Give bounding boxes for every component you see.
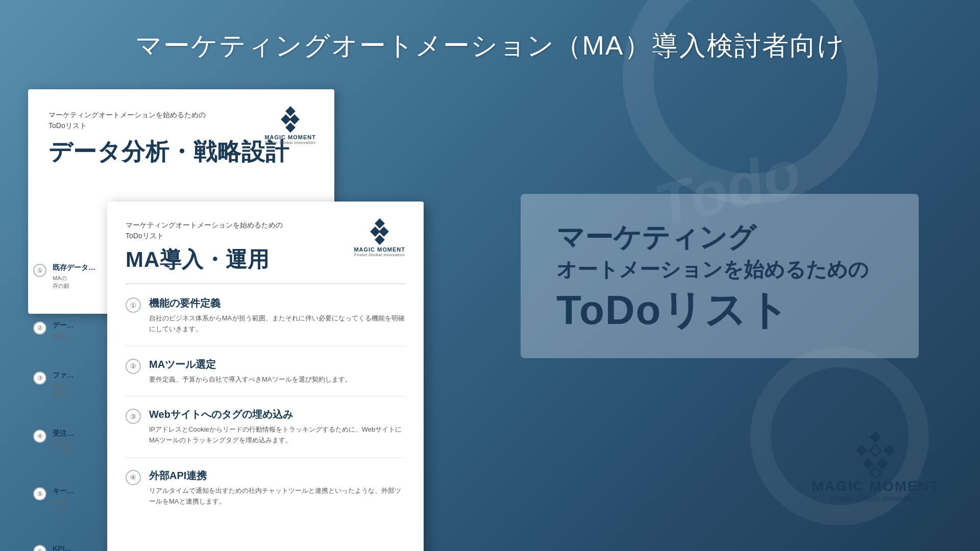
list-item-title: ファ… (53, 370, 74, 381)
highlight-box: マーケティング オートメーションを始めるための ToDoリスト (521, 194, 919, 358)
list-item: ④ 受注… 存の優し、優 (28, 429, 117, 456)
todo-item-1: ① 機能の要件定義 自社のビジネス体系からMAが担う範囲、またそれに伴い必要にな… (126, 296, 405, 346)
right-content: マーケティング オートメーションを始めるための ToDoリスト (521, 120, 939, 432)
svg-rect-1 (856, 445, 868, 457)
magic-moment-logo-icon (847, 432, 903, 478)
list-item: ① 既存データ… MAの存の顧 (28, 263, 117, 290)
list-item-sub: 既存の (53, 332, 74, 340)
todo-number-4: ④ (126, 470, 141, 485)
right-panel: マーケティング オートメーションを始めるための ToDoリスト MAGI (419, 89, 980, 533)
todo-number-2: ② (126, 359, 141, 374)
card-back-logo: MAGIC MOMENT Foster Global Innovation (264, 108, 316, 145)
todo-desc-2: 要件定義、予算から自社で導入すべきMAツールを選び契約します。 (149, 374, 352, 385)
card-front-ma: MAGIC MOMENT Foster Global Innovation マー… (107, 202, 424, 551)
todo-number-3: ③ (126, 409, 141, 424)
svg-rect-6 (870, 467, 881, 478)
card-logo-sub: Foster Global Innovation (264, 140, 316, 145)
todo-content-2: MAツール選定 要件定義、予算から自社で導入すべきMAツールを選び契約します。 (149, 358, 352, 385)
svg-rect-5 (877, 458, 889, 470)
bottom-logo-area: MAGIC MOMENT Foster Global Innovation (521, 432, 939, 503)
svg-rect-3 (884, 445, 895, 457)
list-item-sub: 存の優し、優 (53, 440, 74, 456)
svg-rect-2 (870, 445, 881, 457)
svg-rect-4 (863, 458, 874, 470)
todo-desc-4: リアルタイムで通知を出すための社内チャットツールと連携といったような、外部ツール… (149, 486, 405, 507)
list-item-title: キー… (53, 486, 74, 496)
todo-item-3: ③ Webサイトへのタグの埋め込み IPアドレスとCookieからリードの行動情… (126, 408, 405, 458)
todo-content-3: Webサイトへのタグの埋め込み IPアドレスとCookieからリードの行動情報を… (149, 408, 405, 446)
logo-diamond-back (264, 108, 316, 131)
logo-diamond-front (354, 220, 405, 243)
right-subtitle-line1: マーケティング (556, 219, 883, 256)
list-item-title: KPI… (53, 544, 72, 551)
list-item-title: 受注… (53, 429, 74, 439)
todo-desc-3: IPアドレスとCookieからリードの行動情報をトラッキングするために、Webサ… (149, 424, 405, 446)
list-item: ⑥ KPI… MA導…す。 (28, 544, 117, 551)
list-item-title: 既存データ… (53, 263, 95, 273)
list-item-sub: MQLとる各フ (53, 382, 74, 398)
todo-title-1: 機能の要件定義 (149, 296, 405, 310)
list-item: ⑤ キー… 受注分します (28, 486, 117, 513)
todo-content-1: 機能の要件定義 自社のビジネス体系からMAが担う範囲、またそれに伴い必要になって… (149, 296, 405, 335)
list-item: ③ ファ… MQLとる各フ (28, 370, 117, 397)
todo-content-4: 外部API連携 リアルタイムで通知を出すための社内チャットツールと連携といったよ… (149, 469, 405, 507)
svg-rect-0 (870, 432, 881, 443)
todo-item-4: ④ 外部API連携 リアルタイムで通知を出すための社内チャットツールと連携といっ… (126, 469, 405, 518)
right-main-title: ToDoリスト (556, 288, 883, 333)
list-item-sub: MAの存の顧 (53, 274, 95, 290)
card-front-logo-text: MAGIC MOMENT (354, 246, 405, 253)
right-subtitle-line2: オートメーションを始めるための (556, 256, 883, 283)
todo-title-2: MAツール選定 (149, 358, 352, 371)
todo-title-4: 外部API連携 (149, 469, 405, 483)
todo-number-1: ① (126, 297, 141, 313)
list-item: ② デー… 既存の (28, 320, 117, 340)
left-list: ① 既存データ… MAの存の顧 ② デー… 既存の ③ ファ… MQLとる各フ … (28, 263, 117, 551)
card-logo-text: MAGIC MOMENT (264, 134, 316, 140)
list-item-title: デー… (53, 320, 74, 331)
card-front-logo: MAGIC MOMENT Foster Global Innovation (354, 220, 405, 257)
bottom-logo-text: MAGIC MOMENT (812, 478, 939, 494)
page-title: マーケティングオートメーション（MA）導入検討者向け (0, 28, 980, 64)
cards-area: MAGIC MOMENT Foster Global Innovation マー… (28, 89, 365, 533)
todo-desc-1: 自社のビジネス体系からMAが担う範囲、またそれに伴い必要になってくる機能を明確に… (149, 313, 405, 335)
todo-item-2: ② MAツール選定 要件定義、予算から自社で導入すべきMAツールを選び契約します… (126, 358, 405, 397)
bottom-logo-sub: Foster Global Innovation (830, 494, 921, 503)
card-front-logo-sub: Foster Global Innovation (354, 253, 405, 257)
todo-title-3: Webサイトへのタグの埋め込み (149, 408, 405, 421)
list-item-sub: 受注分します (53, 498, 74, 514)
